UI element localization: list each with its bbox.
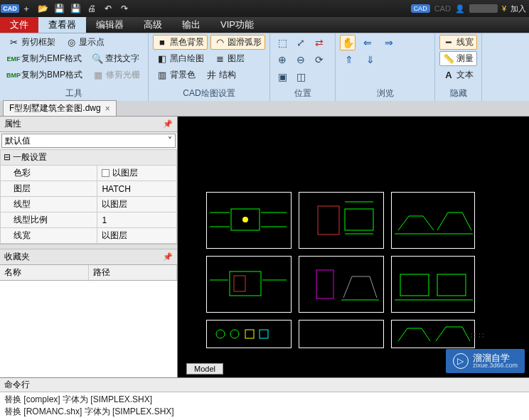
document-tab[interactable]: F型别墅建筑全套图.dwg × bbox=[3, 100, 117, 116]
pin-icon[interactable]: 📌 bbox=[163, 119, 173, 129]
cut-frame-button[interactable]: ✂剪切框架 bbox=[4, 35, 59, 50]
ribbon-group-cad-settings: ■黑色背景 ◠圆滑弧形 ◧黑白绘图 ≣图层 ▥背景色 井结构 CAD绘图设置 bbox=[149, 33, 270, 101]
svg-rect-18 bbox=[437, 274, 466, 296]
table-row[interactable]: 线型以图层 bbox=[1, 197, 177, 212]
table-row[interactable]: 线型比例1 bbox=[1, 212, 177, 228]
save-as-icon[interactable]: 💾 bbox=[68, 2, 82, 15]
bg-color-button[interactable]: ▥背景色 bbox=[153, 68, 199, 82]
bw-plot-button[interactable]: ◧黑白绘图 bbox=[153, 51, 208, 66]
default-dropdown[interactable]: 默认值 ˅ bbox=[1, 134, 176, 148]
watermark[interactable]: ▷ 溜溜自学 zixue.3d66.com bbox=[446, 349, 525, 373]
svg-point-20 bbox=[216, 330, 225, 338]
profile-icon[interactable]: 👤 bbox=[455, 4, 465, 14]
close-tab-icon[interactable]: × bbox=[105, 104, 110, 114]
table-row[interactable]: 图层HATCH bbox=[1, 181, 177, 197]
copy-emf-button[interactable]: EMF复制为EMF格式 bbox=[4, 51, 85, 66]
bmp-icon: BMP bbox=[8, 70, 19, 81]
cad-thumb-icon bbox=[302, 259, 380, 310]
grip-dots-icon: ∷∷ bbox=[471, 330, 486, 340]
titlebar: CAD ＋ 📂 💾 💾 🖨 ↶ ↷ CAD CAD 👤 ¥ 加入 bbox=[0, 0, 529, 17]
zoom-in-icon[interactable]: ⊕ bbox=[274, 52, 290, 68]
command-output[interactable]: 替换 [complex] 字体为 [SIMPLEX.SHX] 替换 [ROMAN… bbox=[0, 392, 529, 420]
zoom-out-icon[interactable]: ⊖ bbox=[293, 52, 309, 68]
menu-advanced[interactable]: 高级 bbox=[134, 17, 172, 33]
play-icon: ▷ bbox=[453, 353, 469, 369]
app-menu-icon[interactable]: CAD bbox=[3, 2, 17, 15]
table-row[interactable]: 线宽以图层 bbox=[1, 228, 177, 244]
document-tab-bar: F型别墅建筑全套图.dwg × bbox=[0, 101, 529, 117]
cad-thumb-icon bbox=[210, 323, 288, 345]
menu-file[interactable]: 文件 bbox=[0, 17, 38, 33]
redo-icon[interactable]: ↷ bbox=[117, 2, 132, 15]
favorites-title: 收藏夹 bbox=[4, 251, 30, 263]
group-label: 位置 bbox=[274, 86, 331, 101]
menu-editor[interactable]: 编辑器 bbox=[86, 17, 134, 33]
model-tab[interactable]: Model bbox=[186, 363, 223, 375]
region-icon[interactable]: ◫ bbox=[293, 69, 309, 85]
cad-thumb-icon bbox=[210, 195, 288, 246]
workspace: 属性 📌 默认值 ˅ ⊟ 一般设置 色彩以图层 图层HATCH 线型以图层 线型… bbox=[0, 117, 529, 377]
currency-icon[interactable]: ¥ bbox=[502, 4, 506, 13]
measure-button[interactable]: 📏测量 bbox=[439, 51, 477, 66]
nav-up-button[interactable]: ⇑ bbox=[340, 52, 358, 68]
svg-rect-6 bbox=[318, 206, 339, 235]
print-icon[interactable]: 🖨 bbox=[85, 2, 99, 15]
col-name[interactable]: 名称 bbox=[0, 265, 89, 280]
menu-viewer[interactable]: 查看器 bbox=[38, 17, 86, 33]
ribbon-group-browse: ✋ ⇐ ⇒ ⇑ ⇓ 浏览 bbox=[336, 33, 435, 101]
pan-hand-icon[interactable]: ✋ bbox=[340, 35, 356, 50]
menu-vip[interactable]: VIP功能 bbox=[210, 17, 264, 33]
section-general[interactable]: ⊟ 一般设置 bbox=[1, 150, 177, 166]
text-icon: A bbox=[443, 70, 454, 81]
command-area: 命令行 替换 [complex] 字体为 [SIMPLEX.SHX] 替换 [R… bbox=[0, 377, 529, 420]
scissors-icon: ✂ bbox=[8, 37, 19, 48]
col-path[interactable]: 路径 bbox=[89, 265, 178, 280]
cad-thumb-icon bbox=[395, 323, 473, 345]
palette-icon: ▥ bbox=[156, 70, 168, 81]
drawing-canvas[interactable]: Model ∷∷ ▷ 溜溜自学 zixue.3d66.com bbox=[178, 117, 529, 377]
user-blank bbox=[469, 4, 498, 13]
menubar: 文件 查看器 编辑器 高级 输出 VIP功能 bbox=[0, 17, 529, 33]
cad-badge-icon[interactable]: CAD bbox=[411, 4, 430, 13]
find-text-button[interactable]: 🔍查找文字 bbox=[88, 51, 143, 66]
zoom-window-icon[interactable]: ⬚ bbox=[274, 35, 290, 50]
fit-icon[interactable]: ▣ bbox=[274, 69, 290, 85]
search-icon: 🔍 bbox=[92, 53, 103, 65]
cmd-line: 替换 [complex] 字体为 [SIMPLEX.SHX] bbox=[4, 394, 525, 406]
linewidth-button[interactable]: ━线宽 bbox=[439, 35, 477, 50]
nav-back-button[interactable]: ⇐ bbox=[358, 35, 377, 50]
show-point-button[interactable]: ◎显示点 bbox=[62, 35, 108, 50]
properties-table: ⊟ 一般设置 色彩以图层 图层HATCH 线型以图层 线型比例1 线宽以图层 bbox=[0, 149, 177, 244]
copy-bmp-button[interactable]: BMP复制为BMP格式 bbox=[4, 68, 86, 82]
checkbox-icon[interactable] bbox=[102, 169, 109, 177]
undo-icon[interactable]: ↶ bbox=[101, 2, 115, 15]
group-label: 浏览 bbox=[340, 86, 430, 101]
zoom-extents-icon[interactable]: ⤢ bbox=[293, 35, 309, 50]
table-row[interactable]: 色彩以图层 bbox=[1, 166, 177, 181]
swap-icon[interactable]: ⇄ bbox=[311, 35, 327, 50]
trim-grating-button[interactable]: ▦修剪光栅 bbox=[89, 68, 144, 82]
refresh-icon[interactable]: ⟳ bbox=[311, 52, 327, 68]
text-button[interactable]: A文本 bbox=[439, 68, 477, 82]
svg-rect-22 bbox=[245, 330, 254, 338]
svg-rect-17 bbox=[400, 274, 429, 296]
left-panel: 属性 📌 默认值 ˅ ⊟ 一般设置 色彩以图层 图层HATCH 线型以图层 线型… bbox=[0, 117, 178, 377]
menu-output[interactable]: 输出 bbox=[172, 17, 210, 33]
svg-rect-7 bbox=[345, 209, 373, 230]
new-file-icon[interactable]: ＋ bbox=[19, 2, 33, 15]
open-file-icon[interactable]: 📂 bbox=[36, 2, 50, 15]
watermark-url: zixue.3d66.com bbox=[473, 362, 518, 369]
save-icon[interactable]: 💾 bbox=[52, 2, 66, 15]
cad-thumb-icon bbox=[302, 195, 380, 246]
properties-header: 属性 📌 bbox=[0, 117, 177, 132]
nav-down-button[interactable]: ⇓ bbox=[361, 52, 380, 68]
pin-icon[interactable]: 📌 bbox=[163, 252, 173, 262]
black-square-icon: ■ bbox=[156, 37, 168, 48]
black-bg-button[interactable]: ■黑色背景 bbox=[153, 35, 208, 50]
nav-forward-button[interactable]: ⇒ bbox=[380, 35, 398, 50]
layer-button[interactable]: ≣图层 bbox=[210, 51, 248, 66]
structure-button[interactable]: 井结构 bbox=[202, 68, 240, 82]
join-label[interactable]: 加入 bbox=[511, 4, 526, 14]
arc-icon: ◠ bbox=[214, 37, 225, 48]
smooth-arc-button[interactable]: ◠圆滑弧形 bbox=[210, 35, 265, 50]
